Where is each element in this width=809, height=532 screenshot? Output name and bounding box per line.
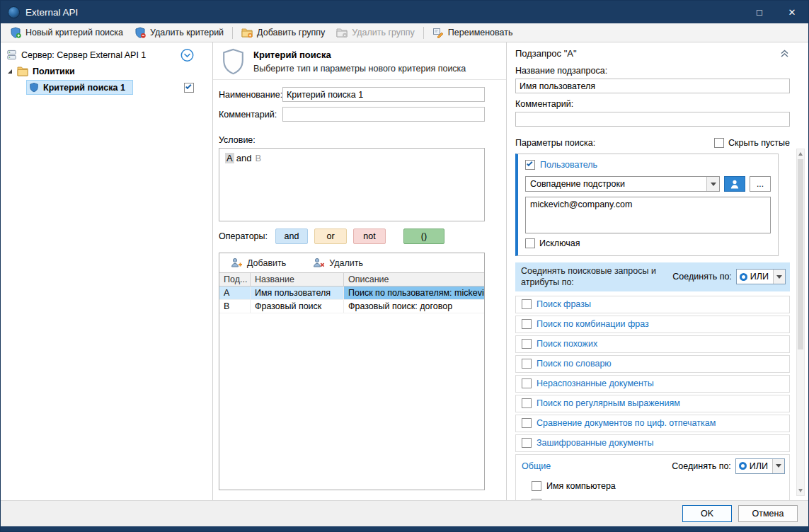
option-label[interactable]: Поиск похожих <box>537 339 597 349</box>
option-checkbox[interactable] <box>522 438 532 448</box>
delete-criterion-label: Удалить критерий <box>150 28 224 37</box>
delete-group-label: Удалить группу <box>352 28 415 37</box>
table-row[interactable]: A Имя пользователя Поиск по пользователя… <box>219 287 484 300</box>
column-header-name[interactable]: Название <box>251 273 344 286</box>
pick-user-button[interactable] <box>724 176 745 192</box>
condition-token-b[interactable]: B <box>253 153 263 163</box>
new-criterion-button[interactable]: Новый критерий поиска <box>4 25 129 41</box>
operator-parens-button[interactable]: () <box>403 229 444 244</box>
name-input[interactable] <box>282 87 485 102</box>
option-checkbox[interactable] <box>532 481 541 491</box>
list-item[interactable]: Зашифрованные документы <box>515 434 790 452</box>
add-group-button[interactable]: Добавить группу <box>236 25 331 41</box>
chevron-circle-icon[interactable] <box>180 48 194 62</box>
operator-or-button[interactable]: or <box>314 229 347 244</box>
list-item[interactable]: Поиск похожих <box>515 335 790 353</box>
ok-button[interactable]: OK <box>682 505 732 522</box>
close-button[interactable]: ✕ <box>776 1 808 23</box>
tree-expander-icon[interactable] <box>8 69 12 74</box>
list-item[interactable]: Поиск по словарю <box>515 355 790 373</box>
more-button[interactable]: ... <box>750 176 771 192</box>
search-params-label: Параметры поиска: <box>515 138 595 148</box>
scroll-down-icon[interactable] <box>797 486 804 495</box>
option-checkbox[interactable] <box>522 319 532 329</box>
match-mode-select[interactable]: Совпадение подстроки <box>525 176 720 192</box>
rename-icon <box>432 27 444 38</box>
option-checkbox[interactable] <box>522 299 532 309</box>
cancel-button[interactable]: Отмена <box>738 505 798 522</box>
or-mode-icon <box>740 273 747 281</box>
tree-server-row[interactable]: Сервер: Сервер External API 1 <box>1 47 212 63</box>
list-item[interactable]: Имя компьютера <box>532 481 785 491</box>
user-group-label[interactable]: Пользователь <box>540 160 597 170</box>
option-label[interactable]: Зашифрованные документы <box>537 438 654 448</box>
server-icon <box>6 50 17 60</box>
list-item[interactable]: Домен <box>532 499 785 501</box>
window: External API □ ✕ Новый критерий поиска У… <box>0 0 809 532</box>
app-icon <box>8 6 20 18</box>
exclude-checkbox[interactable] <box>525 238 535 248</box>
comment-input[interactable] <box>282 107 485 122</box>
user-value-input[interactable]: mickevich@company.com <box>525 197 771 233</box>
condition-operator[interactable]: and <box>236 153 252 163</box>
list-item[interactable]: Поиск по регулярным выражениям <box>515 395 790 412</box>
option-label[interactable]: Нераспознанные документы <box>537 378 654 388</box>
option-label[interactable]: Сравнение документов по циф. отпечаткам <box>537 418 716 428</box>
scrollbar-thumb[interactable] <box>798 159 803 349</box>
cell-name: Фразовый поиск <box>251 300 344 313</box>
option-checkbox[interactable] <box>522 398 532 408</box>
hide-empty-checkbox[interactable] <box>714 138 724 148</box>
list-item[interactable]: Нераспознанные документы <box>515 375 790 393</box>
rename-button[interactable]: Переименовать <box>427 25 519 41</box>
titlebar: External API □ ✕ <box>1 1 808 23</box>
tree-policies-row[interactable]: Политики <box>1 63 212 79</box>
tree-criterion-row[interactable]: Критерий поиска 1 <box>1 79 212 96</box>
rename-label: Переименовать <box>448 28 513 37</box>
option-label[interactable]: Поиск фразы <box>537 299 591 309</box>
tree-criterion-selection[interactable]: Критерий поиска 1 <box>26 80 133 95</box>
option-checkbox[interactable] <box>522 339 532 349</box>
operators-label: Операторы: <box>219 231 268 241</box>
criterion-editor-panel: Критерий поиска Выберите тип и параметры… <box>213 42 507 500</box>
shield-add-icon <box>10 27 21 38</box>
operator-not-button[interactable]: not <box>353 229 386 244</box>
option-checkbox[interactable] <box>522 418 532 428</box>
grid-add-button[interactable]: Добавить <box>231 258 286 268</box>
column-header-id[interactable]: Под... <box>219 273 251 286</box>
vertical-scrollbar[interactable] <box>796 149 805 496</box>
or-mode-icon <box>739 462 747 470</box>
tree-criterion-checkbox[interactable] <box>184 83 194 93</box>
table-row[interactable]: B Фразовый поиск Фразовый поиск: договор <box>219 300 484 313</box>
list-item[interactable]: Поиск фразы <box>515 296 790 313</box>
chevron-down-icon <box>706 177 719 191</box>
option-label[interactable]: Домен <box>546 499 573 501</box>
option-label[interactable]: Поиск по комбинации фраз <box>537 319 649 329</box>
user-checkbox[interactable] <box>525 160 535 170</box>
join-mode-select[interactable]: ИЛИ <box>736 269 786 284</box>
collapse-double-chevron-icon[interactable] <box>779 49 790 58</box>
option-label[interactable]: Имя компьютера <box>546 481 616 491</box>
option-label[interactable]: Поиск по регулярным выражениям <box>537 398 680 408</box>
option-checkbox[interactable] <box>522 378 532 388</box>
condition-editor[interactable]: AandB <box>219 148 485 221</box>
grid-remove-button[interactable]: Удалить <box>313 258 363 268</box>
common-join-mode-select[interactable]: ИЛИ <box>735 458 785 474</box>
new-criterion-label: Новый критерий поиска <box>25 28 123 37</box>
list-item[interactable]: Поиск по комбинации фраз <box>515 316 790 333</box>
column-header-desc[interactable]: Описание <box>344 273 484 286</box>
grid-header: Под... Название Описание <box>219 272 484 287</box>
option-checkbox[interactable] <box>532 499 541 501</box>
option-checkbox[interactable] <box>522 359 532 369</box>
scroll-up-icon[interactable] <box>797 149 804 158</box>
subquery-comment-input[interactable] <box>515 112 790 127</box>
delete-criterion-button[interactable]: Удалить критерий <box>129 25 229 41</box>
operator-and-button[interactable]: and <box>275 229 308 244</box>
common-group-label[interactable]: Общие <box>522 461 551 471</box>
subquery-name-input[interactable] <box>515 79 790 93</box>
common-join-mode-value: ИЛИ <box>750 461 772 471</box>
list-item[interactable]: Сравнение документов по циф. отпечаткам <box>515 415 790 432</box>
delete-group-button[interactable]: Удалить группу <box>331 25 420 41</box>
option-label[interactable]: Поиск по словарю <box>537 359 612 369</box>
condition-token-a[interactable]: A <box>225 153 234 163</box>
maximize-button[interactable]: □ <box>743 1 776 23</box>
